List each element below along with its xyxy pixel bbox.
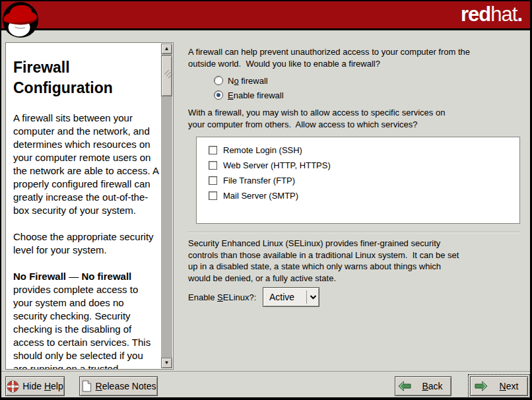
brand-bold: red (461, 3, 490, 26)
arrow-right-icon (475, 381, 488, 391)
radio-enable-firewall[interactable]: Enable firewall (214, 89, 284, 101)
section-separator (188, 232, 520, 233)
help-text: Firewall Configuration A firewall sits b… (13, 43, 160, 370)
service-label: File Transfer (FTP) (223, 176, 295, 185)
checkbox-icon[interactable] (209, 191, 217, 200)
checkbox-icon[interactable] (209, 176, 217, 185)
firewall-intro-text: A firewall can help prevent unauthorized… (188, 46, 497, 70)
radio-no-firewall[interactable]: No firewall (214, 75, 268, 86)
checkbox-icon[interactable] (209, 146, 217, 154)
back-label: Back (422, 381, 442, 391)
title-banner: redhat. (1, 1, 530, 30)
service-row-ssh[interactable]: Remote Login (SSH) (209, 144, 302, 156)
no-firewall-term: No Firewall (13, 271, 66, 282)
back-button[interactable]: Back (395, 376, 451, 396)
window-content: redhat. Firewall Configuration A firewal… (1, 1, 530, 397)
brand-light: hat (490, 3, 517, 26)
next-label: Next (500, 381, 519, 391)
services-list: Remote Login (SSH) Web Server (HTTP, HTT… (196, 137, 520, 224)
release-notes-label: Release Notes (96, 381, 156, 391)
no-firewall-term-2: No firewall (81, 271, 131, 282)
service-label: Mail Server (SMTP) (223, 191, 298, 201)
life-preserver-icon (7, 380, 19, 393)
service-row-web[interactable]: Web Server (HTTP, HTTPS) (209, 159, 331, 171)
chevron-down-icon (307, 294, 319, 300)
service-row-ftp[interactable]: File Transfer (FTP) (209, 174, 295, 186)
document-icon (81, 380, 92, 393)
help-paragraph-3: No Firewall — No firewall provides compl… (13, 270, 160, 370)
help-paragraph-2: Choose the appropriate security level fo… (13, 230, 160, 257)
selinux-label: Enable SELinux?: (188, 292, 256, 302)
selinux-dropdown-value: Active (263, 292, 306, 302)
service-label: Web Server (HTTP, HTTPS) (223, 160, 331, 170)
release-notes-button[interactable]: Release Notes (79, 376, 158, 396)
radio-button-selected-icon[interactable] (214, 90, 223, 100)
service-label: Remote Login (SSH) (223, 145, 302, 155)
installer-window: redhat. Firewall Configuration A firewal… (0, 0, 532, 400)
scrollbar-thumb[interactable] (161, 55, 172, 96)
hide-help-button[interactable]: Hide Help (5, 376, 65, 396)
redhat-wordmark: redhat. (461, 3, 522, 26)
help-title: Firewall Configuration (13, 57, 160, 98)
radio-button-icon[interactable] (214, 76, 223, 85)
scroll-up-icon: ▲ (164, 46, 170, 51)
help-paragraph-1: A firewall sits between your computer an… (13, 112, 160, 217)
selinux-description-text: Security Enhanced Linux (SELinux) provid… (188, 238, 465, 284)
service-row-smtp[interactable]: Mail Server (SMTP) (209, 189, 298, 201)
radio-no-firewall-label: No firewall (228, 76, 268, 86)
button-bar: Hide Help Release Notes Back (1, 371, 530, 397)
selinux-dropdown[interactable]: Active (263, 287, 319, 307)
redhat-shadowman-icon (2, 1, 40, 40)
brand-period: . (517, 3, 522, 26)
radio-enable-firewall-label: Enable firewall (228, 90, 284, 100)
help-panel: Firewall Configuration A firewall sits b… (5, 42, 174, 370)
scroll-down-button[interactable]: ▼ (161, 358, 172, 368)
checkbox-icon[interactable] (209, 161, 217, 170)
services-question-text: With a firewall, you may wish to allow a… (188, 107, 461, 131)
hide-help-label: Hide Help (22, 381, 63, 391)
next-button[interactable]: Next (470, 376, 528, 396)
help-scrollbar[interactable]: ▲ ▼ (161, 44, 172, 368)
thumb-grip (164, 70, 169, 75)
arrow-left-icon (398, 381, 411, 391)
scroll-up-button[interactable]: ▲ (161, 44, 172, 54)
scroll-down-icon: ▼ (164, 360, 170, 366)
